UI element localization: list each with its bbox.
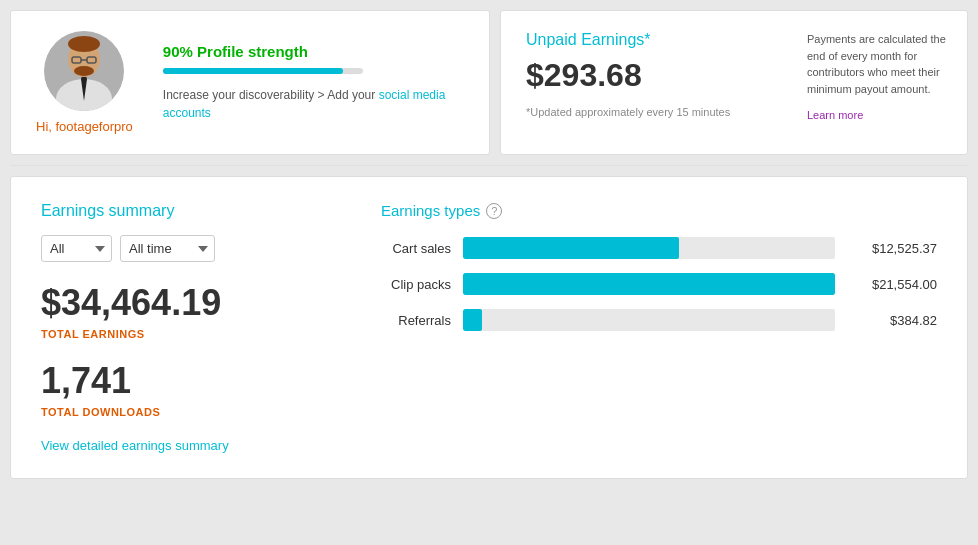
bar-track [463, 273, 835, 295]
total-downloads-amount: 1,741 [41, 360, 341, 402]
bottom-section: Earnings summary All Photos Videos All t… [10, 176, 968, 479]
profile-strength-section: 90% Profile strength Increase your disco… [163, 43, 464, 122]
bar-track [463, 237, 835, 259]
total-earnings-amount: $34,464.19 [41, 282, 341, 324]
earnings-types-help-icon[interactable]: ? [486, 203, 502, 219]
section-divider [10, 165, 968, 166]
filter-select-category[interactable]: All Photos Videos [41, 235, 112, 262]
profile-strength-bar-fill [163, 68, 343, 74]
bar-row: Cart sales$12,525.37 [381, 237, 937, 259]
profile-card: Hi, footageforpro 90% Profile strength I… [10, 10, 490, 155]
earnings-summary-title: Earnings summary [41, 202, 341, 220]
unpaid-earnings-card: Unpaid Earnings* $293.68 *Updated approx… [500, 10, 968, 155]
bar-label: Cart sales [381, 241, 451, 256]
total-downloads-label: TOTAL DOWNLOADS [41, 406, 341, 418]
bar-value: $12,525.37 [847, 241, 937, 256]
strength-label: 90% Profile strength [163, 43, 464, 60]
view-detailed-link[interactable]: View detailed earnings summary [41, 438, 229, 453]
right-panel: Earnings types ? Cart sales$12,525.37Cli… [381, 202, 937, 453]
bar-row: Referrals$384.82 [381, 309, 937, 331]
avatar [44, 31, 124, 111]
svg-point-10 [74, 66, 94, 76]
earnings-types-title: Earnings types ? [381, 202, 937, 219]
learn-more-link[interactable]: Learn more [807, 107, 947, 124]
filter-select-time[interactable]: All time This month Last month This year [120, 235, 215, 262]
profile-strength-bar-bg [163, 68, 363, 74]
bars-container: Cart sales$12,525.37Clip packs$21,554.00… [381, 237, 937, 331]
bar-label: Clip packs [381, 277, 451, 292]
svg-point-9 [68, 36, 100, 52]
bar-label: Referrals [381, 313, 451, 328]
avatar-section: Hi, footageforpro [36, 31, 133, 134]
bar-row: Clip packs$21,554.00 [381, 273, 937, 295]
bar-track [463, 309, 835, 331]
total-earnings-label: TOTAL EARNINGS [41, 328, 341, 340]
discoverability-text: Increase your discoverability > Add your… [163, 86, 464, 122]
bar-value: $384.82 [847, 313, 937, 328]
bar-value: $21,554.00 [847, 277, 937, 292]
filter-row: All Photos Videos All time This month La… [41, 235, 341, 262]
bar-fill [463, 273, 835, 295]
bar-fill [463, 237, 679, 259]
bar-fill [463, 309, 482, 331]
left-panel: Earnings summary All Photos Videos All t… [41, 202, 341, 453]
username-label: Hi, footageforpro [36, 119, 133, 134]
payments-info: Payments are calculated the end of every… [807, 31, 947, 124]
